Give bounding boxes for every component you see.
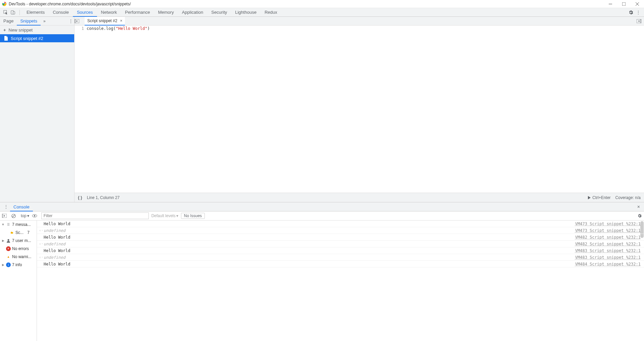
drawer-tabs: ⋮ Console × [0, 202, 644, 211]
chevron-down-icon: ▾ [27, 213, 29, 218]
folder-icon: 🖿 [9, 230, 14, 235]
context-selector[interactable]: top▾ [21, 213, 29, 218]
drawer-tab-console[interactable]: Console [10, 202, 33, 211]
snippets-sidebar: + New snippet Script snippet #2 [0, 26, 75, 202]
info-icon: i [6, 262, 11, 267]
log-source-link[interactable]: VM483 Script snippet %232:1 [575, 255, 641, 260]
pretty-print-icon[interactable]: { } [78, 195, 82, 200]
log-levels-selector[interactable]: Default levels▾ [151, 213, 178, 218]
snippet-file-icon [4, 36, 8, 41]
svg-rect-8 [13, 11, 15, 14]
svg-point-19 [8, 239, 9, 241]
editor-statusbar: { } Line 1, Column 27 Ctrl+Enter Coverag… [75, 193, 644, 202]
svg-line-16 [12, 214, 15, 217]
issues-button[interactable]: No Issues [181, 213, 205, 219]
device-toolbar-icon[interactable] [9, 9, 17, 16]
sidebar-messages[interactable]: ▼☰7 messa... [0, 221, 37, 229]
navigator-tab-page[interactable]: Page [0, 17, 17, 26]
tab-lighthouse[interactable]: Lighthouse [231, 8, 261, 17]
log-return-entry: ‹·undefinedVM473 Script snippet %232:1 [37, 227, 644, 234]
toggle-navigator-icon[interactable] [75, 19, 83, 23]
close-drawer-icon[interactable]: × [635, 204, 642, 209]
toggle-console-sidebar-icon[interactable] [2, 214, 9, 218]
svg-rect-12 [640, 19, 641, 23]
coverage-label[interactable]: Coverage: n/a [615, 195, 641, 200]
play-icon [588, 196, 591, 199]
drawer-kebab-icon[interactable]: ⋮ [2, 204, 10, 209]
new-snippet-label: New snippet [9, 28, 33, 33]
snippet-item-label: Script snippet #2 [11, 36, 43, 41]
navigator-tab-snippets[interactable]: Snippets [17, 17, 41, 26]
return-arrow-icon: ‹· [39, 242, 43, 246]
tab-network[interactable]: Network [97, 8, 121, 17]
chevron-right-icon: ▶ [1, 239, 5, 242]
code-area[interactable]: 1 console.log("Hello World") [75, 26, 644, 193]
console-filter-input[interactable] [41, 212, 149, 219]
new-snippet-button[interactable]: + New snippet [0, 26, 74, 34]
console-drawer: ⋮ Console × top▾ Default levels▾ No Issu… [0, 202, 644, 341]
editor-tabstrip: Script snippet #2 × [75, 17, 644, 25]
log-entry: Hello WorldVM484 Script snippet %232:1 [37, 261, 644, 267]
user-icon [6, 238, 11, 243]
run-shortcut-label: Ctrl+Enter [592, 195, 610, 200]
tab-divider [19, 10, 20, 15]
sidebar-errors[interactable]: ✕No errors [0, 245, 37, 253]
toggle-debugger-icon[interactable] [637, 19, 644, 23]
svg-rect-14 [2, 214, 3, 218]
editor-file-tab-label: Script snippet #2 [87, 18, 117, 23]
inspect-element-icon[interactable] [2, 9, 9, 16]
navigator-kebab-icon[interactable]: ⋮ [69, 19, 73, 23]
chrome-logo-icon [2, 2, 7, 6]
clear-console-icon[interactable] [11, 214, 18, 218]
code-line: console.log("Hello World") [87, 26, 150, 193]
sources-toolbar-row: Page Snippets » ⋮ Script snippet #2 × [0, 17, 644, 26]
log-source-link[interactable]: VM473 Script snippet %232:1 [575, 228, 641, 233]
svg-rect-3 [622, 2, 626, 6]
settings-gear-icon[interactable] [627, 9, 635, 16]
tab-sources[interactable]: Sources [73, 8, 97, 17]
log-source-link[interactable]: VM484 Script snippet %232:1 [575, 262, 641, 266]
run-snippet-button[interactable]: Ctrl+Enter [588, 195, 610, 200]
navigator-more-tabs-icon[interactable]: » [41, 19, 48, 23]
error-icon: ✕ [6, 246, 11, 251]
console-log-area[interactable]: Hello WorldVM473 Script snippet %232:1 ‹… [37, 221, 644, 341]
chevron-down-icon: ▼ [1, 223, 5, 226]
more-menu-icon[interactable]: ⋮ [635, 9, 642, 16]
sidebar-user-messages[interactable]: ▶7 user m... [0, 237, 37, 245]
chevron-right-icon: ▶ [1, 263, 5, 266]
tab-performance[interactable]: Performance [121, 8, 154, 17]
sidebar-info[interactable]: ▶i7 info [0, 261, 37, 269]
log-entry: Hello WorldVM482 Script snippet %232:1 [37, 234, 644, 241]
console-body: ▼☰7 messa... 🖿Sc... 7 ▶7 user m... ✕No e… [0, 221, 644, 341]
minimize-button[interactable] [604, 0, 617, 8]
live-expression-icon[interactable] [32, 214, 39, 217]
log-entry: Hello WorldVM473 Script snippet %232:1 [37, 221, 644, 227]
log-source-link[interactable]: VM483 Script snippet %232:1 [575, 248, 641, 253]
close-file-tab-icon[interactable]: × [120, 18, 122, 23]
snippet-item[interactable]: Script snippet #2 [0, 34, 74, 42]
list-icon: ☰ [6, 222, 11, 227]
close-window-button[interactable] [631, 0, 644, 8]
tab-redux[interactable]: Redux [261, 8, 281, 17]
log-return-entry: ‹·undefinedVM482 Script snippet %232:1 [37, 241, 644, 247]
tab-console[interactable]: Console [49, 8, 73, 17]
log-source-link[interactable]: VM482 Script snippet %232:1 [575, 242, 641, 246]
sidebar-warnings[interactable]: ▲No warni... [0, 253, 37, 261]
editor-file-tab[interactable]: Script snippet #2 × [85, 17, 125, 26]
code-editor: 1 console.log("Hello World") { } Line 1,… [75, 26, 644, 202]
console-toolbar: top▾ Default levels▾ No Issues [0, 211, 644, 221]
tab-security[interactable]: Security [207, 8, 231, 17]
navigator-tabs: Page Snippets » ⋮ [0, 17, 75, 25]
return-arrow-icon: ‹· [39, 255, 43, 259]
log-source-link[interactable]: VM473 Script snippet %232:1 [575, 222, 641, 226]
tab-memory[interactable]: Memory [154, 8, 178, 17]
svg-point-18 [34, 215, 35, 216]
tab-elements[interactable]: Elements [22, 8, 49, 17]
sidebar-source-group[interactable]: 🖿Sc... 7 [0, 229, 37, 237]
maximize-button[interactable] [617, 0, 631, 8]
log-source-link[interactable]: VM482 Script snippet %232:1 [575, 235, 641, 240]
tab-application[interactable]: Application [178, 8, 208, 17]
warning-icon: ▲ [6, 254, 11, 259]
console-settings-icon[interactable] [637, 213, 642, 218]
return-arrow-icon: ‹· [39, 228, 43, 233]
